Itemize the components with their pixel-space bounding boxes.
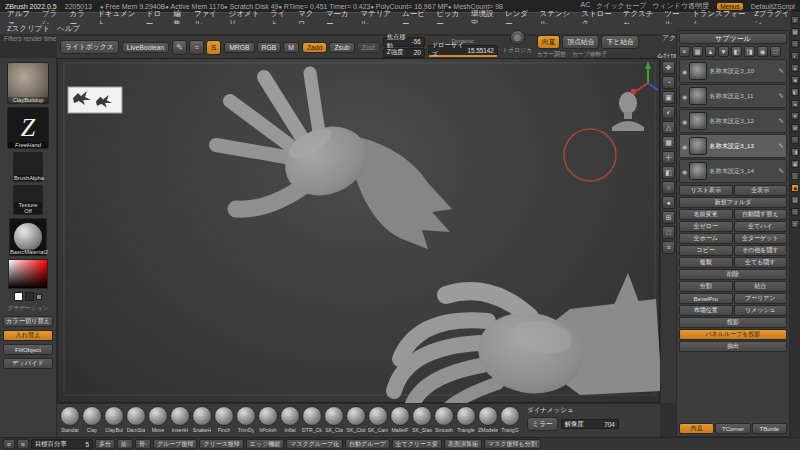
brush-item[interactable]: Trangle [455,406,477,433]
hand-model-right[interactable] [394,273,661,404]
subtool-title[interactable]: サブツール [679,33,787,44]
bottom-action-button[interactable]: 前- [117,439,133,449]
brush-item[interactable]: Smooth [433,406,455,433]
polypaint-icon[interactable]: ✎ [779,92,784,100]
material-thumbnail[interactable]: BasicMaterial2 [9,218,47,256]
subtool-button[interactable]: 結合 [734,281,788,292]
subtool-button[interactable]: 自動隠す替え [734,209,788,220]
aa-half-icon[interactable]: ◐ [662,106,675,119]
subtool-button[interactable]: TCorner [715,423,750,434]
sculpt-mode-button[interactable]: Zcut [357,42,380,53]
panel-icon[interactable]: ▦ [791,28,799,36]
visibility-eye-icon[interactable]: ◉ [682,168,687,175]
visibility-eye-icon[interactable]: ◉ [682,68,687,75]
brush-item[interactable]: Clay [81,406,103,433]
brush-item[interactable]: Move [147,406,169,433]
polypaint-icon[interactable]: ✎ [779,117,784,125]
visibility-eye-icon[interactable]: ◉ [682,143,687,150]
panel-icon[interactable]: ≡ [791,220,799,228]
subtool-button[interactable]: パネルループを投影 [679,329,787,340]
subtool-button[interactable]: 全表示 [734,185,788,196]
bottom-action-button[interactable]: マスクグループ化 [286,439,343,449]
stroke-icon[interactable]: ≈ [189,40,204,55]
zoom-icon[interactable]: ◔ [662,76,675,89]
panel-icon[interactable]: ◨ [791,148,799,156]
subtool-button[interactable]: リスト表示 [679,185,733,196]
xpose-icon[interactable]: ⊞ [662,211,675,224]
shelf-button[interactable]: 向直 [537,35,561,49]
panel-icon[interactable]: ▣ [791,160,799,168]
sculpt-viewport[interactable] [57,58,660,403]
subtool-button[interactable]: ブーリアン [734,293,788,304]
brush-item[interactable]: hPolish [257,406,279,433]
subtool-button[interactable]: 全ホーム [679,233,733,244]
fill-object-button[interactable]: FillObject [3,344,53,355]
local-sym-icon[interactable]: 十 [662,151,675,164]
draw-size-slider[interactable]: ドローサイズ 15.55142 [428,45,498,57]
bottom-action-button[interactable]: 骨- [135,439,151,449]
paint-mode-button[interactable]: RGB [257,42,282,53]
split-icon[interactable]: ◧ [731,46,742,57]
brush-item[interactable]: SK_Slas [411,406,433,433]
bottom-action-button[interactable]: 自動グループ [345,439,389,449]
mini-swatch[interactable] [36,294,42,300]
texture-thumbnail[interactable]: Texture Off [13,185,43,215]
z-intensity-slider[interactable]: Z強度 20 [383,48,425,58]
subtool-button[interactable]: BevelPro [679,293,733,304]
axis-gizmo[interactable] [631,61,658,94]
subtool-button[interactable]: 新規フォルダ [679,197,787,208]
subtool-button[interactable]: 削除 [679,269,787,280]
panel-icon[interactable]: ● [791,100,799,108]
list-icon[interactable]: ≡ [679,46,690,57]
subtool-button[interactable]: 全ても隠す [734,257,788,268]
subtool-button[interactable]: 投影 [679,317,787,328]
bottom-action-button[interactable]: グループ復帰 [153,439,197,449]
bottom-action-button[interactable]: 表面演算術 [444,439,482,449]
picker-icon[interactable]: ◎ [510,30,525,45]
bottom-action-button[interactable]: 多分 [95,439,115,449]
menu-item[interactable]: Zスクリプト [4,24,53,34]
bottom-action-button[interactable]: マスク復帰も分割 [484,439,541,449]
subtool-button[interactable]: リメッシュ [734,305,788,316]
subtool-button[interactable]: 抽出 [679,341,787,352]
panel-icon[interactable]: △ [791,172,799,180]
brush-item[interactable]: MalletF [389,406,411,433]
paint-mode-button[interactable]: M [283,42,299,53]
divide-button[interactable]: ディバイド [3,358,53,369]
focal-shift-slider[interactable]: 焦点移動 -56 [383,37,425,47]
subtool-item[interactable]: ◉名称未設定3_13✎ [679,134,787,158]
box-icon[interactable]: □ [770,46,781,57]
grid-icon[interactable]: ▦ [692,46,703,57]
panel-icon[interactable]: ◐ [791,52,799,60]
visibility-eye-icon[interactable]: ◉ [682,93,687,100]
panel-icon[interactable]: □ [791,208,799,216]
move-doc-icon[interactable]: ≡ [662,241,675,254]
panel-icon[interactable]: ■ [791,184,799,192]
subtool-button[interactable]: 分割 [679,281,733,292]
brush-item[interactable]: SK_Cam [367,406,389,433]
subtool-button[interactable]: TBorde [752,423,787,434]
brush-item[interactable]: ZModele [477,406,499,433]
down-icon[interactable]: ▼ [718,46,729,57]
resolution-slider[interactable]: 解像度 704 [561,419,619,429]
subtool-button[interactable]: 全ターゲット [734,233,788,244]
brush-item[interactable]: SK_Clot [345,406,367,433]
panel-icon[interactable]: ▲ [791,64,799,72]
sculpt-mode-button[interactable]: Zsub [329,42,354,53]
stroke-thumbnail[interactable]: Z FreeHand [7,107,49,149]
next-button[interactable]: » [17,439,29,449]
live-boolean-button[interactable]: LiveBoolean [122,42,169,53]
brush-item[interactable]: TrangG [499,406,521,433]
shelf-button[interactable]: 頂点結合 [562,35,599,49]
target-percent-slider[interactable]: 目標百分率 5 [31,439,93,449]
bottom-action-button[interactable]: クリース復帰 [199,439,243,449]
brush-item[interactable]: DamSta [125,406,147,433]
brush-icon[interactable]: ✎ [172,40,187,55]
subtool-item[interactable]: ◉名称未設定3_12✎ [679,109,787,133]
scroll-icon[interactable]: ✥ [662,61,675,74]
polypaint-icon[interactable]: ✎ [779,167,784,175]
subtool-button[interactable]: 全てハイ [734,221,788,232]
brush-item[interactable]: Standar [59,406,81,433]
current-brush-thumbnail[interactable]: ClayBuildup [7,62,49,104]
color-picker[interactable] [8,259,48,289]
